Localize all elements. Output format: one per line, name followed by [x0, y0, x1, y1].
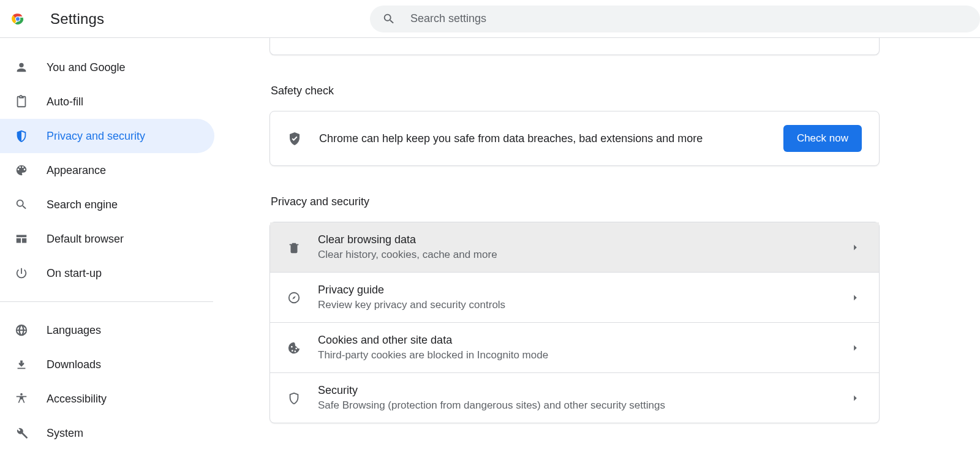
accessibility-icon — [15, 392, 28, 406]
palette-icon — [15, 164, 28, 177]
row-subtitle: Safe Browsing (protection from dangerous… — [318, 399, 848, 412]
chevron-right-icon — [848, 291, 862, 304]
sidebar-item-accessibility[interactable]: Accessibility — [0, 382, 214, 416]
sidebar-item-label: Privacy and security — [47, 130, 145, 143]
section-title-safety-check: Safety check — [271, 85, 880, 97]
download-icon — [15, 358, 28, 371]
sidebar-item-languages[interactable]: Languages — [0, 313, 214, 347]
browser-icon — [15, 232, 28, 246]
row-title: Security — [318, 384, 848, 397]
sidebar-item-on-start-up[interactable]: On start-up — [0, 256, 214, 290]
sidebar-item-label: Languages — [47, 324, 101, 337]
check-now-button[interactable]: Check now — [783, 125, 862, 152]
row-text: Privacy guideReview key privacy and secu… — [318, 284, 848, 311]
privacy-row-security[interactable]: SecuritySafe Browsing (protection from d… — [270, 373, 879, 423]
privacy-row-clear-browsing-data[interactable]: Clear browsing dataClear history, cookie… — [270, 222, 879, 273]
row-title: Privacy guide — [318, 284, 848, 296]
row-subtitle: Review key privacy and security controls — [318, 299, 848, 311]
search-settings[interactable] — [370, 6, 980, 32]
privacy-row-cookies[interactable]: Cookies and other site dataThird-party c… — [270, 323, 879, 373]
chevron-right-icon — [848, 391, 862, 405]
privacy-row-privacy-guide[interactable]: Privacy guideReview key privacy and secu… — [270, 273, 879, 323]
row-text: Clear browsing dataClear history, cookie… — [318, 233, 848, 261]
chrome-logo-icon — [10, 11, 26, 27]
chevron-right-icon — [848, 341, 862, 355]
shield-half-icon — [15, 129, 28, 143]
shield-check-icon — [287, 131, 302, 146]
sidebar-item-you-and-google[interactable]: You and Google — [0, 50, 214, 85]
sidebar-item-appearance[interactable]: Appearance — [0, 153, 214, 187]
compass-icon — [287, 291, 301, 304]
sidebar-item-search-engine[interactable]: Search engine — [0, 187, 214, 222]
clipboard-icon — [15, 95, 28, 108]
row-text: Cookies and other site dataThird-party c… — [318, 334, 848, 361]
globe-icon — [15, 323, 28, 337]
search-icon — [15, 198, 28, 211]
row-title: Clear browsing data — [318, 233, 848, 246]
wrench-icon — [15, 426, 28, 440]
header: Settings — [0, 0, 980, 38]
row-text: SecuritySafe Browsing (protection from d… — [318, 384, 848, 412]
safety-check-card: Chrome can help keep you safe from data … — [270, 111, 880, 166]
sidebar-item-label: Accessibility — [47, 393, 107, 406]
sidebar-item-label: You and Google — [47, 61, 125, 74]
page-title: Settings — [50, 10, 104, 28]
sidebar-item-label: Auto-fill — [47, 96, 83, 108]
sidebar-item-auto-fill[interactable]: Auto-fill — [0, 85, 214, 119]
search-input[interactable] — [409, 12, 968, 26]
power-icon — [15, 266, 28, 280]
row-subtitle: Third-party cookies are blocked in Incog… — [318, 349, 848, 361]
sidebar-separator — [0, 301, 213, 302]
privacy-card: Clear browsing dataClear history, cookie… — [270, 222, 880, 423]
chevron-right-icon — [848, 241, 862, 254]
sidebar-item-default-browser[interactable]: Default browser — [0, 222, 214, 256]
row-subtitle: Clear history, cookies, cache and more — [318, 249, 848, 261]
sidebar-item-label: Search engine — [47, 198, 118, 211]
sidebar-item-system[interactable]: System — [0, 416, 214, 450]
sidebar-item-label: Appearance — [47, 164, 106, 177]
sidebar-item-label: Downloads — [47, 358, 101, 371]
search-icon — [382, 12, 396, 26]
card-sliver — [270, 38, 880, 55]
sidebar-item-label: System — [47, 427, 83, 440]
main-content: Safety check Chrome can help keep you sa… — [214, 38, 980, 468]
row-title: Cookies and other site data — [318, 334, 848, 347]
person-icon — [15, 61, 28, 74]
trash-icon — [287, 241, 301, 254]
cookie-icon — [287, 341, 301, 355]
sidebar-item-privacy-and-security[interactable]: Privacy and security — [0, 119, 214, 153]
safety-check-message: Chrome can help keep you safe from data … — [319, 132, 783, 145]
section-title-privacy: Privacy and security — [271, 195, 880, 208]
sidebar: You and GoogleAuto-fillPrivacy and secur… — [0, 38, 214, 468]
sidebar-item-label: On start-up — [47, 267, 102, 280]
sidebar-item-downloads[interactable]: Downloads — [0, 347, 214, 382]
shield-outline-icon — [287, 391, 301, 405]
sidebar-item-label: Default browser — [47, 233, 124, 246]
